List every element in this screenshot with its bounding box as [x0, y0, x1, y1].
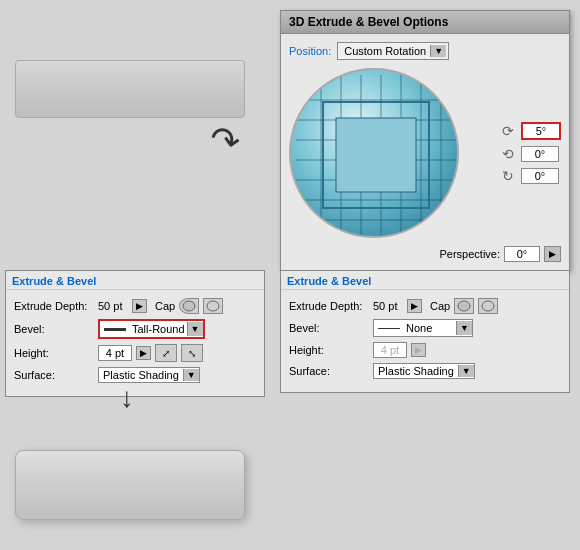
z-rotation-row: ↻: [502, 168, 561, 184]
bevel-select-right[interactable]: None ▼: [373, 319, 473, 337]
perspective-input[interactable]: [504, 246, 540, 262]
surface-dropdown-icon-right[interactable]: ▼: [458, 365, 474, 377]
surface-value-left: Plastic Shading: [99, 368, 183, 382]
bevel-dropdown-icon-left[interactable]: ▼: [187, 322, 203, 336]
extrude-bevel-dialog: 3D Extrude & Bevel Options Position: Cus…: [280, 10, 570, 271]
z-rotation-input[interactable]: [522, 169, 558, 183]
y-rotation-row: ⟲: [502, 146, 561, 162]
z-rotation-icon: ↻: [502, 168, 518, 184]
y-rotation-input[interactable]: [522, 147, 558, 161]
cap-label-right: Cap: [430, 300, 450, 312]
cap-btn1-right[interactable]: [454, 298, 474, 314]
y-rotation-icon: ⟲: [502, 146, 518, 162]
dialog-titlebar: 3D Extrude & Bevel Options: [281, 11, 569, 34]
height-label-right: Height:: [289, 344, 369, 356]
extrude-depth-row-left: Extrude Depth: 50 pt ▶ Cap: [14, 298, 256, 314]
eb-title-left: Extrude & Bevel: [6, 271, 264, 290]
cap-btn1-left[interactable]: [179, 298, 199, 314]
extrude-value-right: 50 pt: [373, 300, 403, 312]
position-label: Position:: [289, 45, 331, 57]
svg-point-19: [482, 301, 494, 311]
extrude-label-right: Extrude Depth:: [289, 300, 369, 312]
z-rotation-input-wrap: [521, 168, 559, 184]
scale-up-btn-left[interactable]: ⤢: [155, 344, 177, 362]
scale-buttons-left: ⤢ ⤡: [155, 344, 203, 362]
perspective-label: Perspective:: [439, 248, 500, 260]
extrude-label-left: Extrude Depth:: [14, 300, 94, 312]
height-label-left: Height:: [14, 347, 94, 359]
down-arrow-icon: ↓: [120, 382, 134, 414]
bevel-dropdown-icon-right[interactable]: ▼: [456, 321, 472, 335]
sphere-widget[interactable]: [289, 68, 459, 238]
extrude-arrow-btn-right[interactable]: ▶: [407, 299, 422, 313]
surface-label-left: Surface:: [14, 369, 94, 381]
eb-panel-left: Extrude & Bevel Extrude Depth: 50 pt ▶ C…: [5, 270, 265, 397]
eb-panel-right: Extrude & Bevel Extrude Depth: 50 pt ▶ C…: [280, 270, 570, 393]
position-value: Custom Rotation: [340, 44, 430, 58]
sphere-grid-svg: [291, 70, 459, 238]
bevel-row-right: Bevel: None ▼: [289, 319, 561, 337]
position-row: Position: Custom Rotation ▼: [289, 42, 561, 60]
x-rotation-input[interactable]: [523, 124, 559, 138]
perspective-arrow-button[interactable]: ▶: [544, 246, 561, 262]
cap-label-left: Cap: [155, 300, 175, 312]
cap-btn2-right[interactable]: [478, 298, 498, 314]
svg-point-18: [458, 301, 470, 311]
height-value-right: 4 pt: [373, 342, 407, 358]
bevel-select-left[interactable]: Tall-Round ▼: [98, 319, 205, 339]
scale-down-btn-left[interactable]: ⤡: [181, 344, 203, 362]
height-row-left: Height: 4 pt ▶ ⤢ ⤡: [14, 344, 256, 362]
surface-row-right: Surface: Plastic Shading ▼: [289, 363, 561, 379]
curve-arrow-icon: ↷: [207, 118, 244, 165]
x-rotation-row: ⟳: [502, 122, 561, 140]
position-dropdown-icon[interactable]: ▼: [430, 45, 446, 57]
y-rotation-input-wrap: [521, 146, 559, 162]
eb-title-right: Extrude & Bevel: [281, 271, 569, 290]
svg-rect-15: [336, 118, 416, 192]
bevel-value-left: Tall-Round: [130, 321, 187, 337]
surface-row-left: Surface: Plastic Shading ▼: [14, 367, 256, 383]
extrude-arrow-btn-left[interactable]: ▶: [132, 299, 147, 313]
perspective-row: Perspective: ▶: [289, 246, 561, 262]
bevel-line-icon-right: [378, 328, 400, 329]
svg-point-17: [207, 301, 219, 311]
bevel-row-left: Bevel: Tall-Round ▼: [14, 319, 256, 339]
height-value-left: 4 pt: [98, 345, 132, 361]
bevel-value-right: None: [404, 320, 456, 336]
svg-point-16: [183, 301, 195, 311]
x-rotation-input-wrap: [521, 122, 561, 140]
sphere-container: ⟳ ⟲ ↻: [289, 68, 561, 238]
extrude-depth-row-right: Extrude Depth: 50 pt ▶ Cap: [289, 298, 561, 314]
height-arrow-btn-left[interactable]: ▶: [136, 346, 151, 360]
bevel-line-icon-left: [104, 328, 126, 331]
surface-select-left[interactable]: Plastic Shading ▼: [98, 367, 200, 383]
bevel-label-left: Bevel:: [14, 323, 94, 335]
height-row-right: Height: 4 pt ▶: [289, 342, 561, 358]
cap-btn2-left[interactable]: [203, 298, 223, 314]
bevel-label-right: Bevel:: [289, 322, 369, 334]
surface-value-right: Plastic Shading: [374, 364, 458, 378]
surface-dropdown-icon-left[interactable]: ▼: [183, 369, 199, 381]
rotation-controls: ⟳ ⟲ ↻: [502, 122, 561, 184]
3d-rectangle-bottom: [15, 450, 245, 520]
sphere-outer: [289, 68, 459, 238]
height-arrow-btn-right: ▶: [411, 343, 426, 357]
surface-label-right: Surface:: [289, 365, 369, 377]
extrude-value-left: 50 pt: [98, 300, 128, 312]
position-select[interactable]: Custom Rotation ▼: [337, 42, 449, 60]
dialog-title: 3D Extrude & Bevel Options: [289, 15, 448, 29]
svg-rect-14: [323, 102, 429, 208]
x-rotation-icon: ⟳: [502, 123, 518, 139]
flat-rectangle-top: [15, 60, 245, 118]
surface-select-right[interactable]: Plastic Shading ▼: [373, 363, 475, 379]
